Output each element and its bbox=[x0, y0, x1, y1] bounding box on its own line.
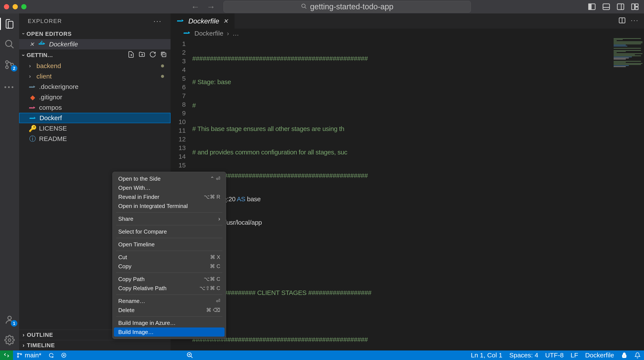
context-menu: Open to the Side⌃ ⏎ Open With… Reveal in… bbox=[112, 172, 226, 339]
tree-file-gitignore[interactable]: ◆ .gitignor bbox=[19, 92, 170, 102]
eol-button[interactable]: LF bbox=[567, 352, 582, 359]
folder-section[interactable]: › GETTIN… bbox=[19, 49, 170, 61]
language-mode-button[interactable]: Dockerfile bbox=[582, 352, 618, 359]
chevron-right-icon: › bbox=[29, 63, 34, 69]
close-icon[interactable]: ✕ bbox=[30, 41, 34, 48]
svg-point-0 bbox=[302, 4, 305, 7]
menu-open-to-side[interactable]: Open to the Side⌃ ⏎ bbox=[114, 174, 224, 183]
copilot-button[interactable] bbox=[618, 352, 631, 359]
maximize-window-button[interactable] bbox=[21, 4, 26, 9]
close-tab-button[interactable]: ✕ bbox=[223, 17, 228, 25]
modified-dot-icon bbox=[161, 64, 164, 67]
menu-select-compare[interactable]: Select for Compare bbox=[114, 227, 224, 236]
menu-delete[interactable]: Delete⌘ ⌫ bbox=[114, 306, 224, 315]
code-content: ########################################… bbox=[192, 38, 644, 351]
chevron-right-icon: › bbox=[227, 30, 229, 37]
indentation-button[interactable]: Spaces: 4 bbox=[506, 352, 542, 359]
file-label: README bbox=[39, 135, 67, 142]
sync-button[interactable] bbox=[45, 351, 58, 360]
source-control-activity[interactable]: 2 bbox=[4, 58, 16, 71]
accounts-activity[interactable]: 1 bbox=[4, 314, 16, 326]
minimize-window-button[interactable] bbox=[12, 4, 18, 9]
customize-layout-button[interactable] bbox=[630, 1, 640, 12]
svg-line-12 bbox=[11, 45, 14, 48]
search-activity[interactable] bbox=[4, 38, 16, 50]
settings-activity[interactable] bbox=[4, 334, 16, 346]
sidebar-more-button[interactable]: ··· bbox=[154, 17, 162, 25]
svg-point-13 bbox=[6, 61, 8, 63]
svg-rect-9 bbox=[635, 4, 638, 6]
menu-share[interactable]: Share bbox=[114, 214, 224, 223]
chevron-down-icon: › bbox=[20, 54, 27, 56]
close-window-button[interactable] bbox=[4, 4, 9, 9]
svg-rect-8 bbox=[632, 4, 634, 10]
collapse-all-button[interactable] bbox=[160, 51, 167, 59]
menu-open-timeline[interactable]: Open Timeline bbox=[114, 240, 224, 249]
menu-build-image[interactable]: Build Image… bbox=[114, 328, 224, 337]
tree-file-compose[interactable]: compos bbox=[19, 102, 170, 113]
breadcrumb[interactable]: Dockerfile › … bbox=[170, 29, 644, 38]
refresh-button[interactable] bbox=[149, 51, 156, 59]
menu-copy[interactable]: Copy⌘ C bbox=[114, 262, 224, 271]
accounts-badge: 1 bbox=[11, 320, 17, 327]
file-label: .dockerignore bbox=[39, 83, 78, 90]
tree-file-readme[interactable]: ⓘ README bbox=[19, 134, 170, 144]
menu-open-terminal[interactable]: Open in Integrated Terminal bbox=[114, 201, 224, 211]
svg-rect-4 bbox=[603, 4, 610, 10]
tree-file-dockerignore[interactable]: .dockerignore bbox=[19, 81, 170, 92]
branch-name: main* bbox=[25, 352, 42, 359]
remote-button[interactable] bbox=[0, 351, 13, 360]
docker-icon bbox=[29, 84, 36, 90]
code-editor[interactable]: 1234567891011121314151617 ##############… bbox=[170, 38, 644, 351]
tree-file-license[interactable]: 🔑 LICENSE bbox=[19, 123, 170, 134]
svg-point-17 bbox=[8, 339, 11, 341]
file-label: Dockerf bbox=[40, 114, 62, 122]
explorer-activity[interactable] bbox=[4, 18, 16, 30]
menu-copy-relative-path[interactable]: Copy Relative Path⌥⇧⌘ C bbox=[114, 284, 224, 293]
open-editors-section[interactable]: › OPEN EDITORS bbox=[19, 29, 170, 39]
folder-name: GETTIN… bbox=[27, 52, 53, 58]
svg-point-47 bbox=[17, 353, 19, 354]
minimap[interactable] bbox=[614, 38, 644, 351]
zoom-button[interactable] bbox=[183, 351, 197, 360]
nav-forward-button[interactable]: → bbox=[206, 1, 216, 12]
split-editor-button[interactable] bbox=[618, 16, 626, 26]
editor-tab[interactable]: Dockerfile ✕ bbox=[170, 13, 234, 29]
svg-point-48 bbox=[17, 356, 19, 358]
notifications-button[interactable] bbox=[631, 352, 644, 358]
tree-file-dockerfile[interactable]: Dockerf bbox=[19, 113, 170, 123]
cursor-position[interactable]: Ln 1, Col 1 bbox=[468, 352, 506, 359]
tree-folder-client[interactable]: › client bbox=[19, 71, 170, 81]
svg-rect-6 bbox=[617, 4, 624, 10]
command-center[interactable]: getting-started-todo-app bbox=[224, 1, 471, 12]
toggle-primary-sidebar-button[interactable] bbox=[587, 1, 597, 12]
problems-button[interactable] bbox=[58, 351, 70, 360]
nav-back-button[interactable]: ← bbox=[190, 1, 200, 12]
editor-more-button[interactable]: ··· bbox=[631, 16, 639, 26]
toggle-secondary-sidebar-button[interactable] bbox=[615, 1, 626, 12]
menu-rename[interactable]: Rename…⏎ bbox=[114, 297, 224, 306]
title-bar: ← → getting-started-todo-app bbox=[0, 0, 644, 13]
menu-copy-path[interactable]: Copy Path⌥⌘ C bbox=[114, 275, 224, 284]
menu-cut[interactable]: Cut⌘ X bbox=[114, 253, 224, 262]
tree-folder-backend[interactable]: › backend bbox=[19, 61, 170, 71]
modified-dot-icon bbox=[161, 75, 164, 78]
open-editor-item[interactable]: ✕ Dockerfile bbox=[19, 39, 170, 49]
svg-rect-10 bbox=[635, 7, 638, 10]
menu-build-azure[interactable]: Build Image in Azure… bbox=[114, 318, 224, 328]
window-controls bbox=[4, 4, 26, 9]
new-file-button[interactable] bbox=[128, 51, 134, 59]
encoding-button[interactable]: UTF-8 bbox=[542, 352, 567, 359]
search-text: getting-started-todo-app bbox=[310, 2, 394, 11]
branch-button[interactable]: main* bbox=[13, 351, 45, 360]
toggle-panel-button[interactable] bbox=[601, 1, 612, 12]
more-activity[interactable]: ••• bbox=[4, 81, 16, 93]
svg-rect-23 bbox=[42, 41, 42, 42]
menu-open-with[interactable]: Open With… bbox=[114, 183, 224, 192]
svg-rect-3 bbox=[589, 4, 591, 10]
menu-reveal-finder[interactable]: Reveal in Finder⌥⌘ R bbox=[114, 192, 224, 201]
new-folder-button[interactable] bbox=[138, 51, 146, 59]
file-label: .gitignor bbox=[39, 93, 62, 101]
svg-point-14 bbox=[6, 66, 8, 68]
timeline-section[interactable]: › TIMELINE bbox=[19, 340, 170, 351]
